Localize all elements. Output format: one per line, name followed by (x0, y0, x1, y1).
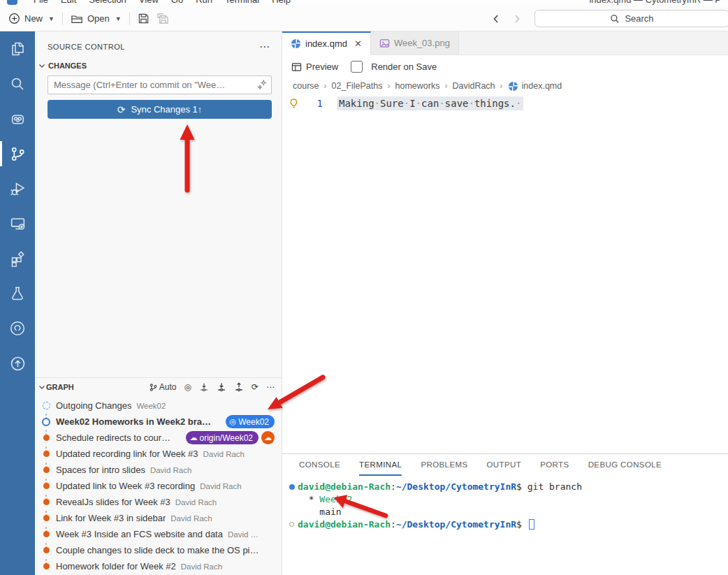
breadcrumb-label: index.qmd (522, 81, 562, 91)
target-icon[interactable]: ◎ (184, 382, 191, 392)
tab-week-03-png[interactable]: Week_03.png (371, 31, 459, 54)
breadcrumb-item[interactable]: course (293, 81, 319, 91)
commit-row[interactable]: Updated recording link for Week #3David … (35, 446, 282, 462)
push-icon[interactable] (234, 382, 244, 393)
breadcrumb-item[interactable]: DavidRach (452, 81, 495, 91)
forward-icon[interactable] (512, 13, 522, 24)
remote-sessions-icon[interactable] (0, 206, 35, 241)
github-icon[interactable] (0, 311, 35, 346)
commit-row[interactable]: Couple changes to slide deck to make the… (35, 542, 282, 558)
save-icon[interactable] (138, 13, 150, 24)
panel-tab-console[interactable]: CONSOLE (299, 454, 340, 476)
menu-item-file[interactable]: File (27, 0, 54, 5)
branch-badge[interactable]: ◎Week02 (226, 415, 275, 428)
commit-row[interactable]: Spaces for intro slidesDavid Rach (35, 462, 282, 478)
menu-item-selection[interactable]: Selection (82, 0, 132, 5)
app-logo-icon (7, 0, 17, 5)
panel-tab-output[interactable]: OUTPUT (487, 454, 522, 476)
commit-row[interactable]: Week02 Homeworks in Week2 bra…◎Week02 (35, 414, 282, 430)
remote-branch-badge[interactable]: ☁origin/Week02 (186, 431, 259, 444)
commit-dot-icon (43, 467, 50, 473)
menu-item-help[interactable]: Help (265, 0, 297, 5)
git-branch-auto-button[interactable]: Auto (149, 382, 177, 392)
sync-changes-button[interactable]: ⟳ Sync Changes 1↑ (48, 100, 272, 119)
menu-item-go[interactable]: Go (165, 0, 189, 5)
render-on-save-label: Render on Save (371, 61, 437, 72)
breadcrumb: course›02_FilePaths›homeworks›DavidRach›… (282, 78, 728, 94)
explorer-icon[interactable] (0, 31, 35, 66)
close-icon[interactable]: ✕ (354, 38, 362, 49)
outgoing-changes-icon (43, 402, 50, 409)
commit-author: Week02 (136, 402, 166, 410)
terminal-line: main (286, 506, 728, 518)
terminal-cursor (529, 519, 534, 530)
commit-bullet (40, 547, 52, 553)
extensions-icon[interactable] (0, 241, 35, 276)
terminal-gutter (286, 493, 298, 497)
changes-section-header[interactable]: CHANGES (35, 56, 282, 71)
terminal-segment: * (298, 494, 319, 504)
save-all-icon[interactable] (156, 13, 169, 24)
menu-item-edit[interactable]: Edit (54, 0, 82, 5)
tab-label: index.qmd (305, 38, 347, 49)
tab-index-qmd[interactable]: index.qmd✕ (282, 31, 371, 55)
panel-tab-debug-console[interactable]: DEBUG CONSOLE (588, 454, 662, 476)
quarto-icon (508, 81, 518, 92)
assistant-icon[interactable] (0, 101, 35, 136)
search-input[interactable]: Search (534, 10, 728, 27)
pull-icon[interactable] (217, 382, 226, 393)
commit-dot-icon (43, 499, 50, 505)
more-actions-icon[interactable]: ⋯ (259, 41, 270, 53)
commit-row[interactable]: Updated link to Week #3 recordingDavid R… (35, 478, 282, 494)
open-button[interactable]: Open ▼ (71, 13, 122, 24)
new-button[interactable]: New ▼ (8, 13, 54, 24)
commit-message: Couple changes to slide deck to make the… (56, 545, 259, 555)
commit-row[interactable]: Week #3 Inside an FCS website and dataDa… (35, 526, 282, 542)
run-debug-icon[interactable] (0, 171, 35, 206)
panel-tab-problems[interactable]: PROBLEMS (421, 454, 467, 476)
quarto-icon (291, 38, 301, 49)
refresh-icon[interactable]: ⟳ (252, 382, 259, 392)
badge-label: Week02 (238, 417, 269, 427)
menu-item-run[interactable]: Run (189, 0, 219, 5)
window-title: index.qmd — CytometryInR — P (589, 0, 721, 5)
commit-row[interactable]: Link for Week #3 in sidebarDavid Rach (35, 510, 282, 526)
chevron-down-icon: ▼ (115, 15, 122, 22)
preview-button[interactable]: Preview (291, 61, 338, 72)
commit-dot-icon (43, 563, 50, 569)
whitespace-dot: · (469, 98, 474, 109)
publish-icon[interactable] (0, 346, 35, 381)
ellipsis-icon[interactable]: ⋯ (266, 382, 275, 392)
fetch-icon[interactable] (199, 382, 209, 393)
commit-row[interactable]: RevealJs slides for Week #3David Rach (35, 494, 282, 510)
testing-icon[interactable] (0, 276, 35, 311)
panel-tab-ports[interactable]: PORTS (540, 454, 569, 476)
render-on-save-checkbox[interactable] (351, 61, 363, 73)
back-icon[interactable] (491, 13, 501, 24)
menu-item-view[interactable]: View (133, 0, 165, 5)
sparkle-icon[interactable] (256, 79, 268, 91)
commit-dot-icon (43, 435, 50, 441)
breadcrumb-item[interactable]: 02_FilePaths (332, 81, 383, 91)
code-token: things. (474, 98, 516, 109)
editor-content[interactable]: 1 Making·Sure·I·can·save·things.· (282, 94, 728, 453)
commit-bullet (40, 515, 52, 521)
commit-dot-icon (43, 483, 50, 489)
lightbulb-icon[interactable] (289, 98, 299, 109)
terminal-output[interactable]: david@debian-Rach:~/Desktop/CytometryInR… (282, 476, 728, 575)
panel-tab-bar: CONSOLETERMINALPROBLEMSOUTPUTPORTSDEBUG … (282, 454, 728, 476)
bottom-panel: CONSOLETERMINALPROBLEMSOUTPUTPORTSDEBUG … (282, 453, 728, 575)
commit-message-input[interactable] (48, 75, 272, 94)
commit-row[interactable]: Schedule redirects to cour…☁origin/Week0… (35, 430, 282, 446)
menu-item-terminal[interactable]: Terminal (219, 0, 265, 5)
source-control-icon[interactable] (0, 136, 35, 171)
breadcrumb-item[interactable]: index.qmd (508, 81, 562, 92)
panel-tab-terminal[interactable]: TERMINAL (359, 454, 402, 476)
breadcrumb-item[interactable]: homeworks (395, 81, 440, 91)
commit-bullet (40, 467, 52, 473)
open-button-label: Open (87, 13, 110, 24)
commit-row[interactable]: Homework folder for Week #2David Rach (35, 558, 282, 574)
commit-row[interactable]: Outgoing ChangesWeek02 (35, 398, 282, 414)
graph-header-label[interactable]: GRAPH (46, 383, 74, 391)
search-icon[interactable] (0, 66, 35, 101)
